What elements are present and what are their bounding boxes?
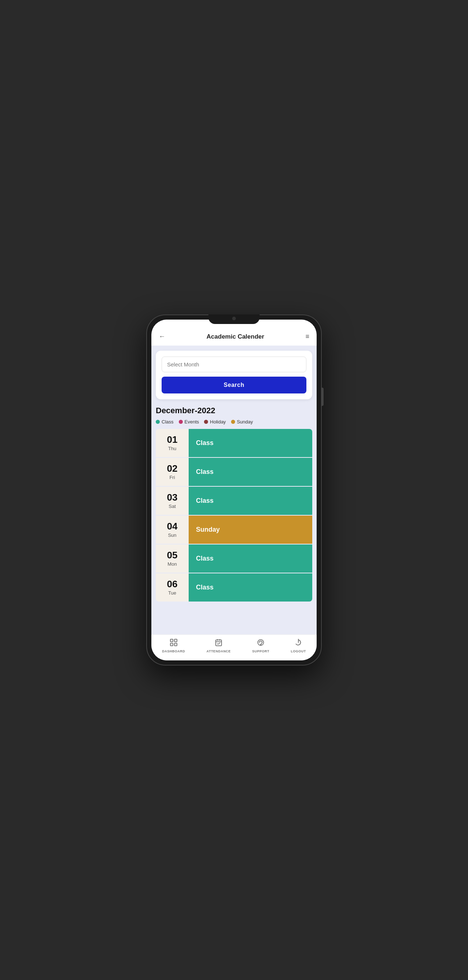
nav-item-support[interactable]: SUPPORT	[252, 638, 269, 653]
dashboard-icon	[170, 638, 178, 648]
date-cell-05: 05 Mon	[156, 544, 189, 573]
nav-label-attendance: ATTENDANCE	[207, 649, 231, 653]
date-cell-02: 02 Fri	[156, 458, 189, 486]
date-day: Thu	[168, 446, 176, 451]
date-day: Sat	[169, 504, 176, 509]
event-cell-05: Class	[189, 544, 312, 573]
legend-dot-class	[156, 420, 160, 424]
nav-item-logout[interactable]: LOGOUT	[291, 638, 306, 653]
date-day: Tue	[168, 590, 176, 596]
main-content: Search December-2022 Class Events Holida…	[151, 345, 317, 635]
date-cell-04: 04 Sun	[156, 515, 189, 544]
event-cell-01: Class	[189, 429, 312, 457]
bottom-nav: DASHBOARD ATTENDANCE SUPPORT LOGOUT	[151, 635, 317, 660]
date-number: 01	[167, 435, 178, 444]
attendance-icon	[215, 638, 223, 648]
phone-screen: ← Academic Calender ≡ Search December-20…	[151, 320, 317, 660]
table-row: 05 Mon Class	[156, 544, 312, 573]
nav-label-support: SUPPORT	[252, 649, 269, 653]
nav-item-dashboard[interactable]: DASHBOARD	[162, 638, 185, 653]
calendar-section: December-2022 Class Events Holiday Sunda…	[151, 404, 317, 605]
event-cell-06: Class	[189, 573, 312, 601]
side-button	[322, 388, 323, 406]
legend-item-holiday: Holiday	[204, 419, 226, 425]
search-card: Search	[156, 351, 312, 399]
menu-button[interactable]: ≡	[305, 333, 309, 340]
svg-line-9	[218, 643, 220, 644]
date-number: 06	[167, 579, 178, 589]
date-cell-03: 03 Sat	[156, 487, 189, 515]
camera	[232, 317, 236, 320]
legend-item-events: Events	[179, 419, 199, 425]
date-cell-06: 06 Tue	[156, 573, 189, 601]
table-row: 06 Tue Class	[156, 573, 312, 601]
legend-item-class: Class	[156, 419, 174, 425]
table-row: 03 Sat Class	[156, 487, 312, 515]
date-number: 05	[167, 550, 178, 560]
event-cell-04: Sunday	[189, 515, 312, 544]
date-cell-01: 01 Thu	[156, 429, 189, 457]
legend-dot-events	[179, 420, 183, 424]
legend-label-events: Events	[185, 419, 199, 425]
month-title: December-2022	[156, 406, 312, 415]
event-cell-03: Class	[189, 487, 312, 515]
legend-item-sunday: Sunday	[231, 419, 253, 425]
svg-rect-2	[170, 643, 173, 646]
phone-notch	[209, 315, 259, 324]
legend-dot-sunday	[231, 420, 235, 424]
nav-label-logout: LOGOUT	[291, 649, 306, 653]
legend-label-sunday: Sunday	[237, 419, 253, 425]
calendar-table: 01 Thu Class 02 Fri Class 03 Sat Class 0…	[156, 429, 312, 601]
phone-frame: ← Academic Calender ≡ Search December-20…	[146, 315, 322, 665]
search-button[interactable]: Search	[162, 377, 306, 393]
svg-point-11	[260, 644, 261, 645]
date-number: 03	[167, 493, 178, 502]
legend-dot-holiday	[204, 420, 208, 424]
logout-icon	[294, 638, 302, 648]
legend-label-holiday: Holiday	[210, 419, 226, 425]
date-day: Mon	[167, 561, 177, 567]
select-month-input[interactable]	[162, 356, 306, 372]
legend: Class Events Holiday Sunday	[156, 419, 312, 425]
nav-item-attendance[interactable]: ATTENDANCE	[207, 638, 231, 653]
support-icon	[257, 638, 265, 648]
date-number: 02	[167, 464, 178, 473]
date-day: Sun	[168, 532, 176, 538]
svg-rect-0	[170, 639, 173, 642]
table-row: 02 Fri Class	[156, 458, 312, 487]
page-title: Academic Calender	[207, 333, 264, 340]
back-button[interactable]: ←	[159, 333, 165, 340]
event-cell-02: Class	[189, 458, 312, 486]
nav-label-dashboard: DASHBOARD	[162, 649, 185, 653]
svg-rect-1	[174, 639, 177, 642]
date-day: Fri	[169, 475, 175, 480]
legend-label-class: Class	[162, 419, 174, 425]
table-row: 04 Sun Sunday	[156, 515, 312, 544]
svg-rect-4	[216, 640, 221, 646]
date-number: 04	[167, 522, 178, 531]
svg-rect-3	[174, 643, 177, 646]
table-row: 01 Thu Class	[156, 429, 312, 458]
